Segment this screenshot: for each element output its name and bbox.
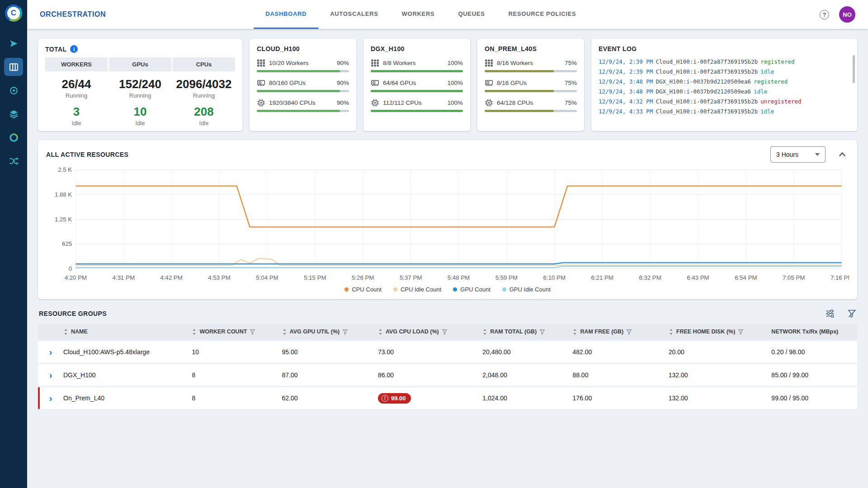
legend-gpu-idle-count[interactable]: GPU Idle Count bbox=[502, 286, 551, 293]
filter-icon[interactable] bbox=[539, 329, 545, 335]
collapse-chevron-icon[interactable] bbox=[837, 150, 847, 160]
sidebar-item-queues[interactable] bbox=[4, 105, 23, 123]
column-header-worker-count[interactable]: WORKER COUNT bbox=[192, 328, 282, 335]
svg-text:5:15 PM: 5:15 PM bbox=[304, 274, 326, 281]
gpu-icon bbox=[257, 79, 265, 87]
column-header-network[interactable]: NETWORK Tx/Rx (MBps) bbox=[771, 328, 857, 335]
tab-workers[interactable]: WORKERS bbox=[390, 0, 447, 29]
column-header-name[interactable]: NAME bbox=[63, 328, 192, 335]
event-log-list[interactable]: 12/9/24, 2:39 PMCloud_H100:i-00f2a87f369… bbox=[599, 57, 850, 117]
tab-queues[interactable]: QUEUES bbox=[446, 0, 496, 29]
total-grid: WORKERS GPUs CPUs 26/44Running 152/240Ru… bbox=[45, 57, 235, 127]
total-col-gpus: GPUs bbox=[109, 57, 171, 71]
row-ram-free: 88.00 bbox=[572, 371, 668, 379]
sidebar-item-dashboard[interactable] bbox=[4, 58, 23, 76]
filter-icon[interactable] bbox=[250, 329, 255, 335]
legend-gpu-count[interactable]: GPU Count bbox=[453, 286, 490, 293]
progress-fill bbox=[257, 70, 340, 72]
progress-track bbox=[371, 90, 463, 92]
progress-fill bbox=[257, 90, 340, 92]
clear-filters-icon[interactable] bbox=[847, 309, 856, 318]
log-scrollbar[interactable] bbox=[853, 55, 855, 83]
running-label: Running bbox=[45, 91, 108, 99]
metric-percent: 100% bbox=[447, 80, 463, 86]
top-header: ORCHESTRATION DASHBOARD AUTOSCALERS WORK… bbox=[27, 0, 868, 29]
cluster-title: ON_PREM_L40S bbox=[485, 45, 537, 52]
row-name[interactable]: Cloud_H100:AWS-p5.48xlarge bbox=[63, 348, 192, 356]
app-logo[interactable]: C bbox=[5, 5, 22, 22]
cluster-card-cloud-h100: CLOUD_H100 10/20 Workers90% 80/160 GPUs9… bbox=[250, 39, 356, 131]
row-ram-total: 1,024.00 bbox=[482, 394, 572, 402]
sidebar-nav bbox=[4, 34, 23, 170]
row-free-home-disk: 132.00 bbox=[669, 394, 772, 402]
total-col-cpus: CPUs bbox=[173, 57, 235, 71]
event-log-entry: 12/9/24, 2:39 PMCloud_H100:i-00f2a87f369… bbox=[599, 67, 850, 77]
svg-text:7:05 PM: 7:05 PM bbox=[783, 274, 805, 281]
row-avg-gpu-util: 95.00 bbox=[282, 348, 378, 356]
event-log-entry: 12/9/24, 4:32 PMCloud_H100:i-00f2a87f369… bbox=[599, 97, 850, 107]
filter-icon[interactable] bbox=[738, 329, 744, 335]
progress-track bbox=[257, 90, 349, 92]
sidebar-item-autoscalers[interactable] bbox=[4, 81, 23, 99]
column-header-ram-free[interactable]: RAM FREE (GB) bbox=[572, 328, 668, 335]
running-label: Running bbox=[173, 91, 235, 99]
log-resource: Cloud_H100:i-00f2a87f369195b2b bbox=[656, 58, 758, 65]
column-header-free-home-disk[interactable]: FREE HOME DISK (%) bbox=[669, 328, 772, 335]
table-row-on-prem-l40[interactable]: › On_Prem_L40 8 62.00 ! 99.00 1,024.00 1… bbox=[38, 387, 857, 409]
expand-chevron-icon[interactable]: › bbox=[49, 394, 52, 403]
legend-cpu-idle-count[interactable]: CPU Idle Count bbox=[393, 286, 441, 293]
row-name[interactable]: DGX_H100 bbox=[63, 371, 192, 379]
table-header-row: NAME WORKER COUNT AVG GPU UTIL (%) AVG C… bbox=[38, 324, 857, 340]
row-name[interactable]: On_Prem_L40 bbox=[63, 394, 192, 402]
table-row-cloud-h100[interactable]: › Cloud_H100:AWS-p5.48xlarge 10 95.00 73… bbox=[38, 341, 857, 363]
log-resource: Cloud_H100:i-00f2a87f369195b2b bbox=[656, 98, 758, 105]
svg-text:6:54 PM: 6:54 PM bbox=[735, 274, 757, 281]
time-range-select[interactable]: 3 Hours bbox=[770, 146, 826, 163]
metric-label: 8/8 Workers bbox=[383, 60, 416, 66]
column-header-avg-gpu-util[interactable]: AVG GPU UTIL (%) bbox=[282, 328, 378, 335]
tab-resource-policies[interactable]: RESOURCE POLICIES bbox=[497, 0, 588, 29]
log-time: 12/9/24, 3:48 PM bbox=[599, 78, 653, 85]
avatar[interactable]: NO bbox=[839, 6, 855, 23]
sidebar-item-launch[interactable] bbox=[4, 34, 23, 52]
legend-label: CPU Count bbox=[352, 286, 382, 293]
sidebar-item-resources[interactable] bbox=[4, 128, 23, 146]
legend-cpu-count[interactable]: CPU Count bbox=[344, 286, 382, 293]
progress-track bbox=[371, 70, 463, 72]
svg-text:7:16 PM: 7:16 PM bbox=[830, 274, 849, 281]
svg-text:0: 0 bbox=[69, 265, 72, 272]
help-icon[interactable]: ? bbox=[820, 10, 829, 19]
info-icon[interactable]: i bbox=[70, 45, 78, 53]
row-network: 0.20 / 98.00 bbox=[771, 348, 857, 356]
column-header-ram-total[interactable]: RAM TOTAL (GB) bbox=[482, 328, 572, 335]
expand-chevron-icon[interactable]: › bbox=[49, 347, 52, 357]
log-time: 12/9/24, 3:48 PM bbox=[599, 88, 653, 95]
cpu-icon bbox=[371, 99, 379, 107]
metric-percent: 75% bbox=[565, 99, 577, 106]
column-label: NAME bbox=[71, 328, 88, 335]
column-header-avg-cpu-load[interactable]: AVG CPU LOAD (%) bbox=[378, 328, 482, 335]
expand-chevron-icon[interactable]: › bbox=[49, 371, 52, 380]
progress-fill bbox=[485, 70, 554, 72]
dashboard-content: TOTAL i WORKERS GPUs CPUs 26/44Running 1… bbox=[27, 29, 868, 488]
svg-text:4:53 PM: 4:53 PM bbox=[208, 274, 230, 281]
filter-icon[interactable] bbox=[342, 329, 348, 335]
metric-label: 8/16 Workers bbox=[497, 60, 533, 66]
sort-icon bbox=[669, 329, 674, 335]
filter-icon[interactable] bbox=[442, 329, 448, 335]
caret-down-icon bbox=[815, 153, 820, 156]
tab-dashboard[interactable]: DASHBOARD bbox=[254, 0, 318, 29]
tab-autoscalers[interactable]: AUTOSCALERS bbox=[318, 0, 390, 29]
flow-icon bbox=[9, 156, 19, 166]
row-network: 85.00 / 99.00 bbox=[771, 371, 857, 379]
gpu-icon bbox=[485, 79, 493, 87]
metric-label: 112/112 CPUs bbox=[383, 99, 422, 106]
metric-label: 64/128 CPUs bbox=[497, 99, 533, 106]
filter-icon[interactable] bbox=[626, 329, 632, 335]
column-settings-icon[interactable] bbox=[826, 309, 835, 318]
idle-label: Idle bbox=[45, 119, 108, 127]
progress-fill bbox=[371, 90, 463, 92]
header-right: ? NO bbox=[820, 6, 855, 23]
sidebar-item-policies[interactable] bbox=[4, 152, 23, 170]
table-row-dgx-h100[interactable]: › DGX_H100 8 87.00 86.00 2,048.00 88.00 … bbox=[38, 364, 857, 386]
